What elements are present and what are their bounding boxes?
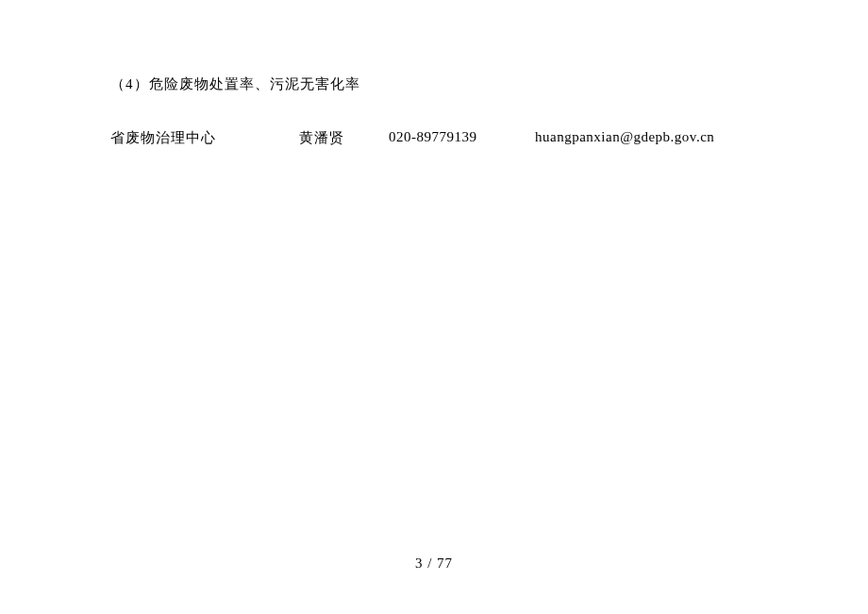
- contact-email: huangpanxian@gdepb.gov.cn: [535, 129, 714, 147]
- contact-name: 黄潘贤: [299, 129, 389, 147]
- contact-org: 省废物治理中心: [110, 129, 299, 147]
- document-content: （4）危险废物处置率、污泥无害化率 省废物治理中心 黄潘贤 020-897791…: [0, 0, 868, 147]
- page-number: 3 / 77: [0, 556, 868, 572]
- contact-row: 省废物治理中心 黄潘贤 020-89779139 huangpanxian@gd…: [110, 129, 758, 147]
- section-heading: （4）危险废物处置率、污泥无害化率: [110, 75, 758, 93]
- contact-phone: 020-89779139: [389, 129, 535, 147]
